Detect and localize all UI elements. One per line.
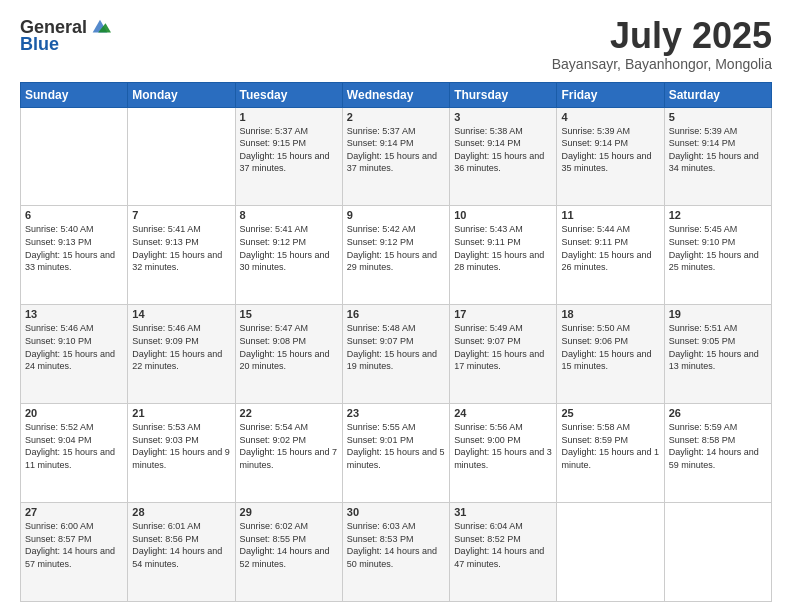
- logo-icon: [89, 16, 111, 38]
- calendar-cell: 15Sunrise: 5:47 AM Sunset: 9:08 PM Dayli…: [235, 305, 342, 404]
- calendar-cell: 24Sunrise: 5:56 AM Sunset: 9:00 PM Dayli…: [450, 404, 557, 503]
- day-number: 24: [454, 407, 552, 419]
- cell-content: Sunrise: 5:39 AM Sunset: 9:14 PM Dayligh…: [669, 125, 767, 175]
- cell-content: Sunrise: 5:38 AM Sunset: 9:14 PM Dayligh…: [454, 125, 552, 175]
- cell-content: Sunrise: 5:50 AM Sunset: 9:06 PM Dayligh…: [561, 322, 659, 372]
- calendar-cell: 13Sunrise: 5:46 AM Sunset: 9:10 PM Dayli…: [21, 305, 128, 404]
- weekday-header-friday: Friday: [557, 82, 664, 107]
- day-number: 25: [561, 407, 659, 419]
- weekday-header-sunday: Sunday: [21, 82, 128, 107]
- calendar-cell: 5Sunrise: 5:39 AM Sunset: 9:14 PM Daylig…: [664, 107, 771, 206]
- cell-content: Sunrise: 5:49 AM Sunset: 9:07 PM Dayligh…: [454, 322, 552, 372]
- weekday-header-tuesday: Tuesday: [235, 82, 342, 107]
- calendar-cell: 23Sunrise: 5:55 AM Sunset: 9:01 PM Dayli…: [342, 404, 449, 503]
- calendar-cell: [128, 107, 235, 206]
- calendar-cell: [21, 107, 128, 206]
- calendar-cell: 26Sunrise: 5:59 AM Sunset: 8:58 PM Dayli…: [664, 404, 771, 503]
- cell-content: Sunrise: 5:51 AM Sunset: 9:05 PM Dayligh…: [669, 322, 767, 372]
- cell-content: Sunrise: 5:47 AM Sunset: 9:08 PM Dayligh…: [240, 322, 338, 372]
- day-number: 17: [454, 308, 552, 320]
- calendar-cell: 27Sunrise: 6:00 AM Sunset: 8:57 PM Dayli…: [21, 503, 128, 602]
- day-number: 23: [347, 407, 445, 419]
- cell-content: Sunrise: 5:55 AM Sunset: 9:01 PM Dayligh…: [347, 421, 445, 471]
- day-number: 5: [669, 111, 767, 123]
- calendar-cell: 16Sunrise: 5:48 AM Sunset: 9:07 PM Dayli…: [342, 305, 449, 404]
- cell-content: Sunrise: 5:37 AM Sunset: 9:15 PM Dayligh…: [240, 125, 338, 175]
- cell-content: Sunrise: 6:04 AM Sunset: 8:52 PM Dayligh…: [454, 520, 552, 570]
- weekday-header-monday: Monday: [128, 82, 235, 107]
- day-number: 6: [25, 209, 123, 221]
- day-number: 15: [240, 308, 338, 320]
- weekday-header-saturday: Saturday: [664, 82, 771, 107]
- weekday-header-wednesday: Wednesday: [342, 82, 449, 107]
- cell-content: Sunrise: 5:53 AM Sunset: 9:03 PM Dayligh…: [132, 421, 230, 471]
- day-number: 27: [25, 506, 123, 518]
- day-number: 31: [454, 506, 552, 518]
- day-number: 8: [240, 209, 338, 221]
- day-number: 14: [132, 308, 230, 320]
- cell-content: Sunrise: 5:44 AM Sunset: 9:11 PM Dayligh…: [561, 223, 659, 273]
- calendar-cell: 19Sunrise: 5:51 AM Sunset: 9:05 PM Dayli…: [664, 305, 771, 404]
- calendar-cell: 4Sunrise: 5:39 AM Sunset: 9:14 PM Daylig…: [557, 107, 664, 206]
- day-number: 3: [454, 111, 552, 123]
- cell-content: Sunrise: 5:56 AM Sunset: 9:00 PM Dayligh…: [454, 421, 552, 471]
- cell-content: Sunrise: 5:54 AM Sunset: 9:02 PM Dayligh…: [240, 421, 338, 471]
- header: General Blue July 2025 Bayansayr, Bayanh…: [20, 16, 772, 72]
- day-number: 11: [561, 209, 659, 221]
- day-number: 21: [132, 407, 230, 419]
- week-row-1: 1Sunrise: 5:37 AM Sunset: 9:15 PM Daylig…: [21, 107, 772, 206]
- day-number: 12: [669, 209, 767, 221]
- title-section: July 2025 Bayansayr, Bayanhongor, Mongol…: [552, 16, 772, 72]
- calendar-cell: 1Sunrise: 5:37 AM Sunset: 9:15 PM Daylig…: [235, 107, 342, 206]
- cell-content: Sunrise: 6:01 AM Sunset: 8:56 PM Dayligh…: [132, 520, 230, 570]
- calendar-cell: 29Sunrise: 6:02 AM Sunset: 8:55 PM Dayli…: [235, 503, 342, 602]
- cell-content: Sunrise: 5:46 AM Sunset: 9:10 PM Dayligh…: [25, 322, 123, 372]
- calendar-cell: 12Sunrise: 5:45 AM Sunset: 9:10 PM Dayli…: [664, 206, 771, 305]
- cell-content: Sunrise: 5:41 AM Sunset: 9:12 PM Dayligh…: [240, 223, 338, 273]
- logo-blue: Blue: [20, 34, 59, 55]
- calendar-cell: 7Sunrise: 5:41 AM Sunset: 9:13 PM Daylig…: [128, 206, 235, 305]
- cell-content: Sunrise: 5:52 AM Sunset: 9:04 PM Dayligh…: [25, 421, 123, 471]
- calendar-table: SundayMondayTuesdayWednesdayThursdayFrid…: [20, 82, 772, 602]
- day-number: 28: [132, 506, 230, 518]
- day-number: 22: [240, 407, 338, 419]
- cell-content: Sunrise: 5:41 AM Sunset: 9:13 PM Dayligh…: [132, 223, 230, 273]
- main-title: July 2025: [552, 16, 772, 56]
- day-number: 18: [561, 308, 659, 320]
- calendar-cell: 3Sunrise: 5:38 AM Sunset: 9:14 PM Daylig…: [450, 107, 557, 206]
- weekday-header-row: SundayMondayTuesdayWednesdayThursdayFrid…: [21, 82, 772, 107]
- cell-content: Sunrise: 5:43 AM Sunset: 9:11 PM Dayligh…: [454, 223, 552, 273]
- day-number: 30: [347, 506, 445, 518]
- cell-content: Sunrise: 5:40 AM Sunset: 9:13 PM Dayligh…: [25, 223, 123, 273]
- calendar-cell: 2Sunrise: 5:37 AM Sunset: 9:14 PM Daylig…: [342, 107, 449, 206]
- week-row-5: 27Sunrise: 6:00 AM Sunset: 8:57 PM Dayli…: [21, 503, 772, 602]
- day-number: 29: [240, 506, 338, 518]
- calendar-cell: 8Sunrise: 5:41 AM Sunset: 9:12 PM Daylig…: [235, 206, 342, 305]
- logo: General Blue: [20, 16, 111, 55]
- calendar-cell: 6Sunrise: 5:40 AM Sunset: 9:13 PM Daylig…: [21, 206, 128, 305]
- calendar-cell: 10Sunrise: 5:43 AM Sunset: 9:11 PM Dayli…: [450, 206, 557, 305]
- cell-content: Sunrise: 6:00 AM Sunset: 8:57 PM Dayligh…: [25, 520, 123, 570]
- calendar-cell: 20Sunrise: 5:52 AM Sunset: 9:04 PM Dayli…: [21, 404, 128, 503]
- cell-content: Sunrise: 6:02 AM Sunset: 8:55 PM Dayligh…: [240, 520, 338, 570]
- day-number: 2: [347, 111, 445, 123]
- day-number: 26: [669, 407, 767, 419]
- day-number: 13: [25, 308, 123, 320]
- calendar-cell: 22Sunrise: 5:54 AM Sunset: 9:02 PM Dayli…: [235, 404, 342, 503]
- calendar-cell: 30Sunrise: 6:03 AM Sunset: 8:53 PM Dayli…: [342, 503, 449, 602]
- subtitle: Bayansayr, Bayanhongor, Mongolia: [552, 56, 772, 72]
- calendar-cell: [664, 503, 771, 602]
- cell-content: Sunrise: 6:03 AM Sunset: 8:53 PM Dayligh…: [347, 520, 445, 570]
- calendar-cell: 21Sunrise: 5:53 AM Sunset: 9:03 PM Dayli…: [128, 404, 235, 503]
- day-number: 4: [561, 111, 659, 123]
- cell-content: Sunrise: 5:46 AM Sunset: 9:09 PM Dayligh…: [132, 322, 230, 372]
- calendar-cell: 28Sunrise: 6:01 AM Sunset: 8:56 PM Dayli…: [128, 503, 235, 602]
- cell-content: Sunrise: 5:59 AM Sunset: 8:58 PM Dayligh…: [669, 421, 767, 471]
- cell-content: Sunrise: 5:45 AM Sunset: 9:10 PM Dayligh…: [669, 223, 767, 273]
- calendar-cell: [557, 503, 664, 602]
- day-number: 20: [25, 407, 123, 419]
- page: General Blue July 2025 Bayansayr, Bayanh…: [0, 0, 792, 612]
- calendar-cell: 11Sunrise: 5:44 AM Sunset: 9:11 PM Dayli…: [557, 206, 664, 305]
- cell-content: Sunrise: 5:37 AM Sunset: 9:14 PM Dayligh…: [347, 125, 445, 175]
- week-row-3: 13Sunrise: 5:46 AM Sunset: 9:10 PM Dayli…: [21, 305, 772, 404]
